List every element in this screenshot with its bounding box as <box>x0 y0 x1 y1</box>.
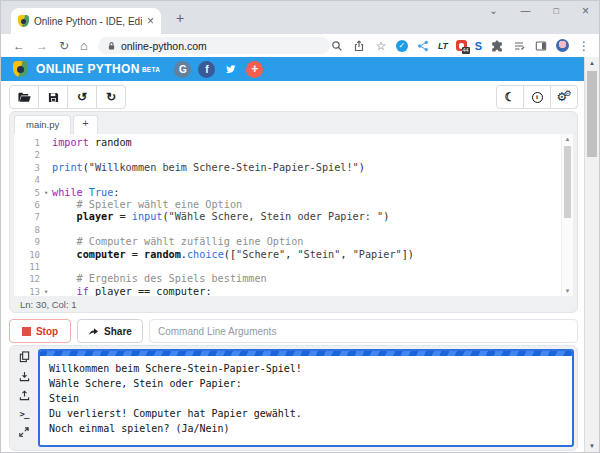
side-panel-icon[interactable] <box>534 39 548 53</box>
info-icon: i <box>532 92 543 103</box>
home-icon[interactable]: ⌂ <box>80 39 88 52</box>
fold-arrow-icon[interactable]: ▾ <box>40 187 52 199</box>
settings-button[interactable]: ⚙⚙ <box>550 85 578 109</box>
line-number: 7 <box>14 211 40 223</box>
upload-input-icon[interactable] <box>19 390 30 401</box>
minimize-button[interactable]: — <box>521 4 531 18</box>
terminal-icon[interactable]: >_ <box>20 409 29 419</box>
cursor-position-status: Ln: 30, Col: 1 <box>20 299 77 310</box>
share-button[interactable]: Share <box>77 319 143 343</box>
expand-output-icon[interactable] <box>19 427 29 437</box>
editor-scrollbar[interactable]: ▲ ▼ <box>561 134 573 296</box>
page-content: ↺ ↻ ☾ i ⚙⚙ main.py + 1import random23pri… <box>1 81 586 452</box>
output-line: Willkommen beim Schere-Stein-Papier-Spie… <box>49 361 563 376</box>
save-button[interactable] <box>38 85 68 109</box>
file-tab-mainpy[interactable]: main.py <box>14 115 71 134</box>
back-icon[interactable]: ← <box>13 40 25 52</box>
code-editor[interactable]: 1import random23print("Willkommen beim S… <box>14 134 573 296</box>
tab-search-chevron-icon[interactable]: ⌄ <box>489 4 497 18</box>
scroll-up-icon[interactable]: ▲ <box>562 136 573 142</box>
window-close-button[interactable]: × <box>582 4 589 18</box>
output-line: Noch einmal spielen? (Ja/Nein) <box>49 421 563 436</box>
twitter-button[interactable] <box>222 61 239 78</box>
line-number: 4 <box>14 174 40 186</box>
ext-share-nodes-icon[interactable] <box>416 39 430 53</box>
line-number: 12 <box>14 273 40 285</box>
dark-mode-button[interactable]: ☾ <box>496 85 524 109</box>
share-arrow-icon <box>88 326 99 336</box>
redo-button[interactable]: ↻ <box>96 85 126 109</box>
lock-icon <box>107 41 116 51</box>
code-line: 1import random <box>14 137 573 149</box>
stop-button[interactable]: Stop <box>9 319 71 343</box>
output-toolbar: >_ <box>10 351 38 437</box>
output-lines: Willkommen beim Schere-Stein-Papier-Spie… <box>40 356 572 441</box>
reading-list-icon[interactable] <box>512 39 526 53</box>
beta-badge: BETA <box>142 66 160 73</box>
copy-output-icon[interactable] <box>19 351 30 363</box>
command-line-arguments-input[interactable] <box>149 319 578 343</box>
info-button[interactable]: i <box>523 85 551 109</box>
page-scrollbar[interactable]: ▲ ▼ <box>584 57 599 452</box>
line-number: 8 <box>14 224 40 236</box>
output-line: Wähle Schere, Stein oder Papier: <box>49 376 563 391</box>
code-line: 7 player = input("Wähle Schere, Stein od… <box>14 211 573 223</box>
code-line: 8 <box>14 224 573 236</box>
browser-tab-title: Online Python - IDE, Editor, Comp <box>34 16 142 27</box>
profile-avatar[interactable] <box>556 39 569 52</box>
line-number: 6 <box>14 199 40 211</box>
page-scroll-thumb[interactable] <box>587 71 597 157</box>
code-line: 2 <box>14 149 573 161</box>
line-number: 3 <box>14 162 40 174</box>
ext-verified-icon[interactable]: ✓ <box>396 40 408 52</box>
add-social-button[interactable]: + <box>246 61 263 78</box>
ext-adblock-icon[interactable]: 44 <box>456 40 467 51</box>
ext-s-icon[interactable]: S <box>475 40 482 52</box>
browser-menu-icon[interactable]: ⋮ <box>577 39 591 53</box>
site-header: ONLINE PYTHON BETA G f + <box>1 57 586 81</box>
undo-button[interactable]: ↺ <box>67 85 97 109</box>
bookmark-star-icon[interactable]: ☆ <box>374 39 388 53</box>
reload-icon[interactable]: ↻ <box>59 40 69 52</box>
download-output-icon[interactable] <box>19 371 30 382</box>
tab-close-icon[interactable]: × <box>147 15 154 27</box>
forward-icon[interactable]: → <box>36 40 48 52</box>
page-scroll-up-icon[interactable]: ▲ <box>585 60 599 66</box>
open-file-button[interactable] <box>9 85 39 109</box>
line-number: 5 <box>14 187 40 199</box>
browser-tab[interactable]: Online Python - IDE, Editor, Comp × <box>11 8 161 34</box>
line-number: 9 <box>14 236 40 248</box>
maximize-button[interactable]: □ <box>554 4 559 18</box>
fold-arrow-icon[interactable]: ▾ <box>40 286 52 296</box>
search-icon[interactable] <box>330 39 344 53</box>
browser-tabstrip: Online Python - IDE, Editor, Comp × + ⌄ … <box>1 1 599 34</box>
code-line: 3print("Willkommen beim Schere-Stein-Pap… <box>14 162 573 174</box>
output-line: Stein <box>49 391 563 406</box>
facebook-button[interactable]: f <box>198 61 215 78</box>
line-number: 2 <box>14 149 40 161</box>
settings-toolbar: ☾ i ⚙⚙ <box>496 85 578 109</box>
stop-square-icon <box>22 327 31 336</box>
url-bar[interactable]: online-python.com <box>98 37 330 54</box>
ext-languagetool-icon[interactable]: LT <box>438 41 448 51</box>
code-line: 9 # Computer wählt zufällig eine Option <box>14 236 573 248</box>
adblock-badge: 44 <box>462 47 470 54</box>
site-title: ONLINE PYTHON <box>36 62 140 76</box>
new-tab-button[interactable]: + <box>171 9 189 27</box>
output-panel: >_ Willkommen beim Schere-Stein-Papier-S… <box>9 345 578 451</box>
google-button[interactable]: G <box>174 61 191 78</box>
line-number: 1 <box>14 137 40 149</box>
code-line: 5▾while True: <box>14 187 573 199</box>
run-bar: Stop Share <box>9 319 578 343</box>
editor-scroll-thumb[interactable] <box>564 146 571 218</box>
page-scroll-down-icon[interactable]: ▼ <box>585 443 599 449</box>
editor-toolbar: ↺ ↻ <box>9 85 126 109</box>
file-tabbar: main.py + <box>10 112 577 134</box>
program-output[interactable]: Willkommen beim Schere-Stein-Papier-Spie… <box>38 349 574 447</box>
add-file-tab-button[interactable]: + <box>73 115 97 134</box>
code-line: 6 # Spieler wählt eine Option <box>14 199 573 211</box>
scroll-down-icon[interactable]: ▼ <box>562 288 573 294</box>
share-icon[interactable] <box>352 39 366 53</box>
extensions-puzzle-icon[interactable] <box>490 39 504 53</box>
editor-panel: main.py + 1import random23print("Willkom… <box>9 111 578 313</box>
